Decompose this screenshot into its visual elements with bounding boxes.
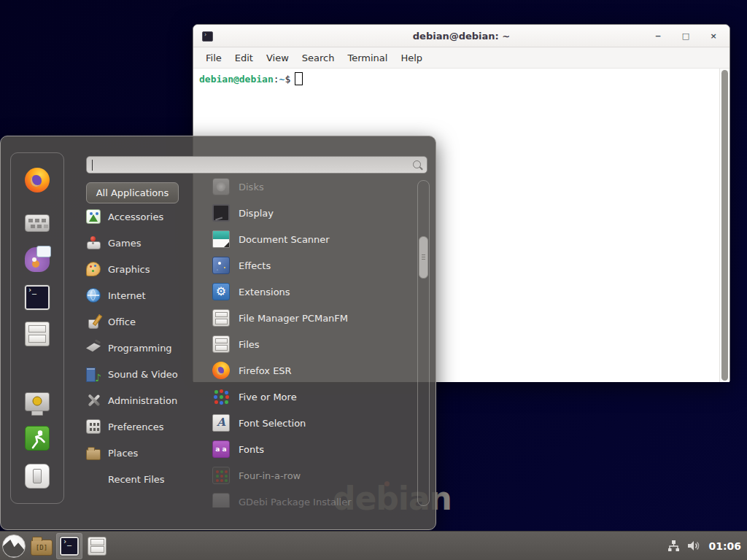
sound-video-icon	[86, 367, 101, 381]
magnifier-icon	[413, 160, 421, 168]
network-icon[interactable]	[667, 540, 680, 552]
prompt-user-host: debian@debian	[199, 74, 274, 85]
document-scanner-icon	[212, 230, 230, 248]
administration-icon	[86, 393, 101, 408]
category-list: Accessories Games Graphics Internet Offi…	[86, 203, 206, 492]
category-programming[interactable]: Programming	[86, 335, 206, 361]
desktop-folder-icon	[31, 540, 53, 556]
taskbar-terminal-button[interactable]	[56, 533, 82, 559]
disks-icon	[212, 178, 230, 195]
app-display[interactable]: Display	[212, 200, 415, 226]
app-disks[interactable]: Disks	[212, 174, 415, 200]
app-font-selection[interactable]: Font Selection	[212, 410, 415, 436]
applist-scrollbar[interactable]	[417, 180, 430, 506]
taskbar-menu-button[interactable]	[1, 533, 27, 559]
shutdown-icon	[25, 464, 50, 489]
app-extensions[interactable]: Extensions	[212, 279, 415, 305]
search-input[interactable]	[91, 158, 405, 171]
file-cabinet-icon	[25, 322, 50, 346]
file-cabinet-icon	[212, 309, 230, 327]
close-button[interactable]: ×	[708, 30, 719, 42]
terminal-icon	[60, 537, 79, 556]
app-files[interactable]: Files	[212, 331, 415, 357]
terminal-scrollbar[interactable]	[719, 69, 729, 382]
category-recent-files[interactable]: Recent Files	[86, 466, 206, 492]
taskbar-files-launcher[interactable]	[84, 533, 110, 559]
search-caret	[92, 160, 93, 171]
app-file-manager-pcmanfm[interactable]: File Manager PCManFM	[212, 305, 415, 331]
preferences-icon	[86, 419, 101, 434]
app-fonts[interactable]: Fonts	[212, 436, 415, 462]
pidgin-icon	[25, 247, 50, 272]
logout-icon	[25, 426, 50, 451]
menu-edit[interactable]: Edit	[228, 50, 260, 66]
favorites-column	[10, 152, 64, 504]
favorite-keyboard-app[interactable]	[24, 208, 50, 234]
internet-icon	[86, 288, 101, 303]
file-cabinet-icon	[212, 335, 230, 353]
firefox-icon	[25, 168, 50, 192]
applist-scrollbar-thumb[interactable]	[419, 236, 428, 279]
fonts-icon	[212, 440, 230, 458]
app-four-in-a-row[interactable]: Four-in-a-row	[212, 462, 415, 489]
graphics-icon	[86, 262, 101, 276]
category-office[interactable]: Office	[86, 308, 206, 335]
app-firefox-esr[interactable]: Firefox ESR	[212, 357, 415, 384]
favorite-pidgin[interactable]	[24, 246, 50, 273]
shell-prompt: debian@debian:~$	[199, 72, 724, 85]
effects-icon	[212, 257, 230, 274]
terminal-titlebar[interactable]: debian@debian: ~ ‒ □ ×	[193, 25, 729, 47]
terminal-menubar: File Edit View Search Terminal Help	[193, 47, 729, 69]
category-internet[interactable]: Internet	[86, 282, 206, 308]
menu-file[interactable]: File	[199, 50, 228, 66]
favorite-file-manager[interactable]	[24, 321, 50, 347]
shutdown-button[interactable]	[24, 463, 50, 489]
app-effects[interactable]: Effects	[212, 252, 415, 279]
menu-search-box[interactable]	[86, 156, 427, 174]
keyboard-icon	[25, 214, 50, 232]
category-preferences[interactable]: Preferences	[86, 413, 206, 440]
display-icon	[212, 204, 230, 222]
font-selection-icon	[212, 414, 230, 432]
category-accessories[interactable]: Accessories	[86, 203, 206, 230]
programming-icon	[86, 341, 101, 355]
window-title: debian@debian: ~	[193, 31, 729, 42]
app-document-scanner[interactable]: Document Scanner	[212, 226, 415, 252]
maximize-button[interactable]: □	[680, 30, 692, 42]
terminal-scrollbar-thumb[interactable]	[721, 70, 728, 381]
application-list: Disks Display Document Scanner Effects E…	[212, 174, 415, 508]
category-games[interactable]: Games	[86, 230, 206, 256]
volume-icon[interactable]	[687, 540, 701, 552]
lock-screen-button[interactable]	[24, 388, 50, 414]
menu-view[interactable]: View	[260, 50, 295, 66]
firefox-icon	[212, 362, 230, 379]
extensions-icon	[212, 283, 230, 300]
menu-help[interactable]: Help	[394, 50, 429, 66]
all-applications-button[interactable]: All Applications	[86, 182, 179, 203]
minimize-button[interactable]: ‒	[652, 30, 664, 42]
gdebi-icon	[212, 493, 230, 508]
taskbar: 01:06	[0, 531, 747, 560]
accessories-icon	[86, 209, 101, 224]
taskbar-folder-launcher[interactable]	[28, 533, 55, 559]
terminal-icon	[25, 285, 50, 310]
app-five-or-more[interactable]: Five or More	[212, 384, 415, 410]
taskbar-clock[interactable]: 01:06	[708, 540, 741, 552]
prompt-path: ~	[279, 74, 285, 85]
menu-terminal[interactable]: Terminal	[341, 50, 394, 66]
app-gdebi-package-installer[interactable]: GDebi Package Installer	[212, 489, 415, 508]
file-cabinet-icon	[88, 537, 107, 556]
logout-button[interactable]	[24, 425, 50, 451]
favorite-firefox[interactable]	[24, 167, 50, 193]
category-administration[interactable]: Administration	[86, 387, 206, 413]
places-icon	[86, 449, 101, 460]
category-graphics[interactable]: Graphics	[86, 256, 206, 282]
five-or-more-icon	[212, 388, 230, 405]
games-icon	[86, 236, 101, 250]
category-sound-video[interactable]: Sound & Video	[86, 361, 206, 387]
menu-search[interactable]: Search	[295, 50, 341, 66]
office-icon	[86, 314, 101, 329]
application-menu: All Applications Accessories Games Graph…	[0, 136, 436, 530]
category-places[interactable]: Places	[86, 440, 206, 466]
favorite-terminal[interactable]	[24, 284, 50, 311]
